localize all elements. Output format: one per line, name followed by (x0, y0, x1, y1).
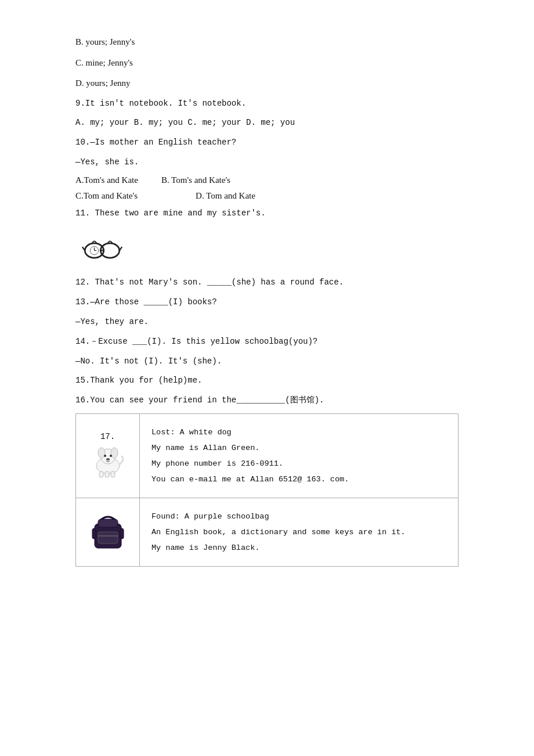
q14: 14.－Excuse ___(I). Is this yellow school… (75, 335, 459, 349)
d-option: D. yours; Jenny (75, 76, 459, 91)
q10-options: A.Tom's and Kate B. Tom's and Kate's (75, 175, 459, 185)
q10: 10.—Is mother an English teacher? (75, 136, 459, 150)
q10-option-c: C.Tom and Kate's (75, 191, 138, 201)
svg-point-12 (104, 455, 106, 457)
lost-found-table: 17. (75, 413, 459, 567)
found-title: Found: A purple schoolbag (151, 509, 446, 524)
q14-answer: —No. It's not (I). It's (she). (75, 355, 459, 369)
svg-rect-23 (120, 528, 124, 539)
dog-icon (90, 444, 126, 480)
q15: 15.Thank you for (help)me. (75, 374, 459, 388)
q11: 11. These two are mine and my sister's. (75, 207, 459, 221)
q9-options: A. my; your B. my; you C. me; your D. me… (75, 116, 459, 130)
q10-answer: —Yes, she is. (75, 156, 459, 170)
found-text-cell: Found: A purple schoolbag An English boo… (140, 498, 458, 566)
lost-line2: My phone number is 216-0911. (151, 456, 446, 471)
svg-point-13 (110, 455, 112, 457)
q9: 9.It isn't notebook. It's notebook. (75, 97, 459, 111)
q12: 12. That's not Mary's son. _____(she) ha… (75, 276, 459, 290)
watches-icon (81, 227, 123, 269)
svg-point-11 (111, 448, 118, 458)
svg-rect-17 (111, 471, 115, 477)
lost-row: 17. (76, 414, 458, 498)
lost-line3: You can e-mail me at Allan 6512@ 163. co… (151, 471, 446, 487)
lost-title: Lost: A white dog (151, 424, 446, 440)
q13-answer: —Yes, they are. (75, 315, 459, 329)
svg-rect-19 (98, 519, 118, 527)
svg-rect-16 (105, 471, 109, 477)
q10-option-d: D. Tom and Kate (196, 191, 255, 201)
schoolbag-icon (90, 512, 126, 553)
found-line2: My name is Jenny Black. (151, 540, 446, 556)
svg-rect-15 (99, 471, 103, 477)
q10-options-cd: C.Tom and Kate's D. Tom and Kate (75, 191, 459, 201)
q17-number: 17. (100, 432, 115, 441)
lost-text-cell: Lost: A white dog My name is Allan Green… (140, 414, 458, 498)
q10-option-a: A.Tom's and Kate (75, 175, 138, 185)
q16: 16.You can see your friend in the_______… (75, 394, 459, 408)
svg-rect-22 (92, 528, 96, 539)
found-line1: An English book, a dictionary and some k… (151, 524, 446, 540)
found-row: Found: A purple schoolbag An English boo… (76, 498, 458, 566)
main-content: B. yours; Jenny's C. mine; Jenny's D. yo… (75, 35, 459, 567)
svg-point-14 (106, 458, 110, 460)
svg-rect-20 (98, 532, 118, 543)
c-option: C. mine; Jenny's (75, 56, 459, 71)
lost-image-cell: 17. (76, 414, 140, 498)
watches-image-container (75, 227, 459, 269)
q13: 13.—Are those _____(I) books? (75, 296, 459, 309)
found-image-cell (76, 498, 140, 566)
q10-option-b: B. Tom's and Kate's (161, 175, 230, 185)
b-option: B. yours; Jenny's (75, 35, 459, 50)
svg-point-10 (98, 448, 105, 458)
lost-line1: My name is Allan Green. (151, 440, 446, 456)
